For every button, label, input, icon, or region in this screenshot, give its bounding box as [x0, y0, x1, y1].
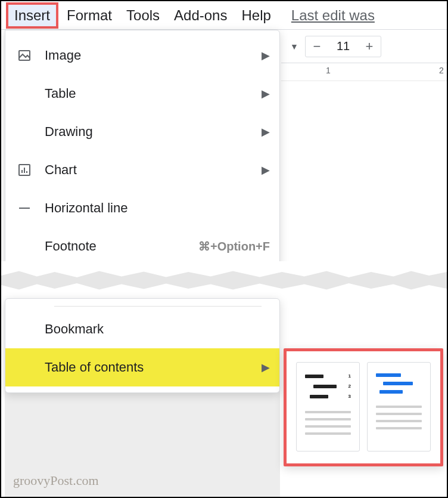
ruler: 1 2: [281, 63, 447, 81]
menu-insert[interactable]: Insert: [6, 2, 58, 29]
menu-item-label: Table: [45, 86, 251, 101]
menu-item-label: Footnote: [45, 239, 188, 254]
menu-item-label: Drawing: [45, 124, 251, 140]
menu-item-label: Chart: [45, 162, 251, 178]
menu-tools[interactable]: Tools: [120, 4, 166, 27]
toc-style-with-page-numbers[interactable]: 1 2 3: [296, 362, 360, 451]
submenu-arrow-icon: ▶: [262, 87, 270, 100]
menu-item-label: Table of contents: [45, 360, 251, 375]
menu-item-table-of-contents[interactable]: Table of contents ▶: [5, 348, 279, 386]
menu-item-table[interactable]: Table ▶: [5, 75, 279, 113]
submenu-arrow-icon: ▶: [262, 49, 270, 62]
ruler-tick: 2: [439, 66, 444, 75]
menu-item-label: Bookmark: [45, 321, 270, 337]
menu-item-chart[interactable]: Chart ▶: [5, 151, 279, 189]
toolbar: ▼ − 11 +: [281, 30, 447, 63]
font-size-decrease[interactable]: −: [306, 36, 328, 57]
menu-item-horizontal-line[interactable]: Horizontal line: [5, 189, 279, 227]
font-size-value[interactable]: 11: [328, 39, 358, 53]
toc-style-blue-links[interactable]: [367, 362, 431, 451]
menu-item-label: Horizontal line: [45, 200, 270, 216]
font-size-increase[interactable]: +: [358, 36, 381, 57]
menu-item-footnote[interactable]: Footnote ⌘+Option+F: [5, 227, 279, 265]
menu-separator: [54, 306, 262, 307]
insert-menu-dropdown-lower: Bookmark Table of contents ▶: [5, 298, 280, 393]
submenu-arrow-icon: ▶: [262, 361, 270, 374]
watermark: groovyPost.com: [13, 473, 99, 488]
torn-gap: [1, 262, 447, 298]
menu-format[interactable]: Format: [61, 4, 118, 27]
menu-item-drawing[interactable]: Drawing ▶: [5, 113, 279, 151]
submenu-arrow-icon: ▶: [262, 125, 270, 138]
menu-item-image[interactable]: Image ▶: [5, 36, 279, 75]
submenu-arrow-icon: ▶: [262, 163, 270, 177]
insert-menu-dropdown: Image ▶ Table ▶ Drawing ▶ Chart ▶ Horizo…: [5, 30, 280, 273]
menu-item-label: Image: [45, 48, 251, 63]
font-size-box: − 11 +: [305, 36, 381, 57]
horizontal-line-icon: [15, 201, 34, 215]
image-icon: [15, 48, 34, 63]
toc-submenu: 1 2 3: [284, 348, 443, 466]
keyboard-shortcut: ⌘+Option+F: [198, 239, 270, 253]
chart-icon: [15, 163, 34, 177]
ruler-tick: 1: [326, 66, 331, 75]
menu-addons[interactable]: Add-ons: [168, 4, 233, 27]
menu-item-bookmark[interactable]: Bookmark: [5, 310, 279, 348]
last-edit-link[interactable]: Last edit was: [285, 4, 381, 27]
menubar: Insert Format Tools Add-ons Help Last ed…: [1, 1, 447, 30]
font-family-dropdown[interactable]: ▼: [287, 39, 301, 54]
menu-help[interactable]: Help: [235, 4, 276, 27]
